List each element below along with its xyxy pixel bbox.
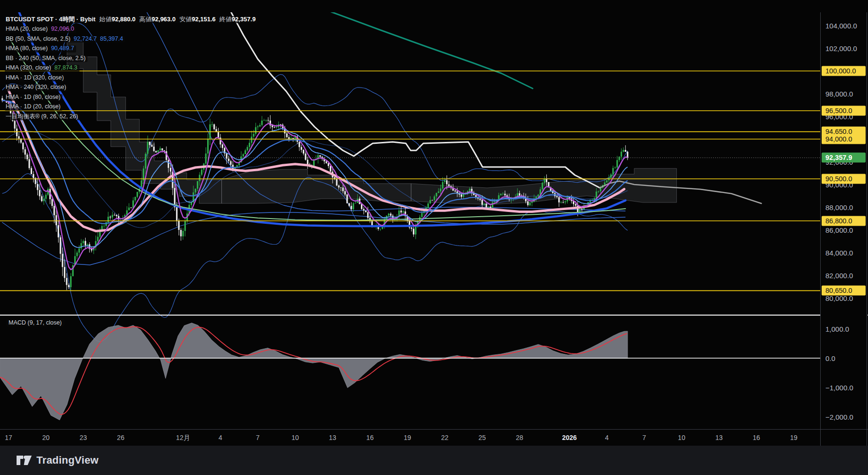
key-level-badge: 100,000.0 xyxy=(822,66,866,76)
legend-indicator-row[interactable]: HMA · 1D (320, close) xyxy=(5,73,257,82)
macd-tick-label: 0.0 xyxy=(825,354,835,362)
legend-indicator-row[interactable]: BB (50, SMA, close, 2.5)92,724.785,397.4 xyxy=(5,34,257,43)
key-level-badge: 80,650.0 xyxy=(822,286,866,296)
time-tick-label: 26 xyxy=(117,434,124,441)
key-level-badge: 94,000.0 xyxy=(822,134,866,144)
time-tick-label: 16 xyxy=(753,434,760,441)
time-tick-label: 20 xyxy=(42,434,50,441)
macd-legend[interactable]: MACD (9, 17, close) xyxy=(6,319,64,326)
time-tick-label: 13 xyxy=(715,434,723,441)
macd-tick-label: 1,000.0 xyxy=(825,325,849,333)
time-tick-label: 19 xyxy=(403,434,411,441)
key-level-badge: 86,800.0 xyxy=(822,216,866,226)
current-price-badge: 92,357.9 xyxy=(822,153,866,163)
time-tick-label: 19 xyxy=(790,434,798,441)
time-tick-label: 23 xyxy=(79,434,87,441)
key-level-badge: 90,500.0 xyxy=(822,174,866,184)
price-tick-label: 98,000.0 xyxy=(825,90,853,98)
time-tick-label: 17 xyxy=(5,434,12,441)
legend-symbol-row[interactable]: BTCUSDT SPOT · 4時間 · Bybit始値92,880.0高値92… xyxy=(5,15,257,23)
time-tick-label: 28 xyxy=(516,434,524,441)
price-tick-label: 88,000.0 xyxy=(825,203,853,211)
time-tick-label: 7 xyxy=(256,434,260,441)
legend-indicator-row[interactable]: HMA (320, close)87,874.3 xyxy=(5,63,257,72)
macd-tick-label: −1,000.0 xyxy=(825,384,853,392)
time-scale[interactable]: 1720232612月47101316192225282026471013161… xyxy=(0,429,868,446)
legend-indicator-row[interactable]: HMA (80, close)90,489.7 xyxy=(5,44,257,53)
legend-indicator-row[interactable]: HMA (20, close)92,096.0 xyxy=(5,24,257,33)
time-tick-label: 4 xyxy=(605,434,609,441)
time-tick-label: 10 xyxy=(291,434,299,441)
tradingview-logo-icon[interactable] xyxy=(16,454,32,466)
price-tick-label: 104,000.0 xyxy=(825,22,857,30)
time-tick-label: 12月 xyxy=(176,434,190,442)
time-tick-label: 10 xyxy=(678,434,685,441)
footer-bar: TradingView xyxy=(0,446,868,475)
price-tick-label: 86,000.0 xyxy=(825,226,853,234)
time-tick-year: 2026 xyxy=(562,434,577,441)
time-tick-label: 13 xyxy=(329,434,336,441)
legend-indicator-row[interactable]: BB · 240 (50, SMA, close, 2.5) xyxy=(5,53,257,62)
key-level-badge: 96,500.0 xyxy=(822,106,866,116)
price-scale-separator xyxy=(820,12,821,446)
tradingview-snapshot: 1月 05, 2026 15:42 UTC+9、takatabaがTrading… xyxy=(0,0,868,475)
indicator-legend: BTCUSDT SPOT · 4時間 · Bybit始値92,880.0高値92… xyxy=(5,15,257,121)
time-tick-label: 4 xyxy=(219,434,222,441)
price-scale[interactable]: 104,000.0102,000.0100,000.098,000.096,00… xyxy=(820,12,868,446)
price-tick-label: 84,000.0 xyxy=(825,249,853,257)
chart-frame-right xyxy=(867,12,867,446)
legend-indicator-row[interactable]: HMA · 1D (20, close) xyxy=(5,102,257,111)
legend-indicator-row[interactable]: HMA · 1D (80, close) xyxy=(5,92,257,101)
time-tick-label: 7 xyxy=(642,434,646,441)
legend-indicator-row[interactable]: HMA · 240 (320, close) xyxy=(5,82,257,91)
time-tick-label: 16 xyxy=(366,434,374,441)
legend-indicator-row[interactable]: 一目均衡表® (9, 26, 52, 26) xyxy=(5,112,257,121)
macd-tick-label: −2,000.0 xyxy=(825,413,853,421)
time-tick-label: 22 xyxy=(441,434,448,441)
price-tick-label: 102,000.0 xyxy=(825,44,857,53)
tradingview-brand-text[interactable]: TradingView xyxy=(36,454,98,466)
price-tick-label: 82,000.0 xyxy=(825,272,853,280)
time-tick-label: 25 xyxy=(479,434,486,441)
